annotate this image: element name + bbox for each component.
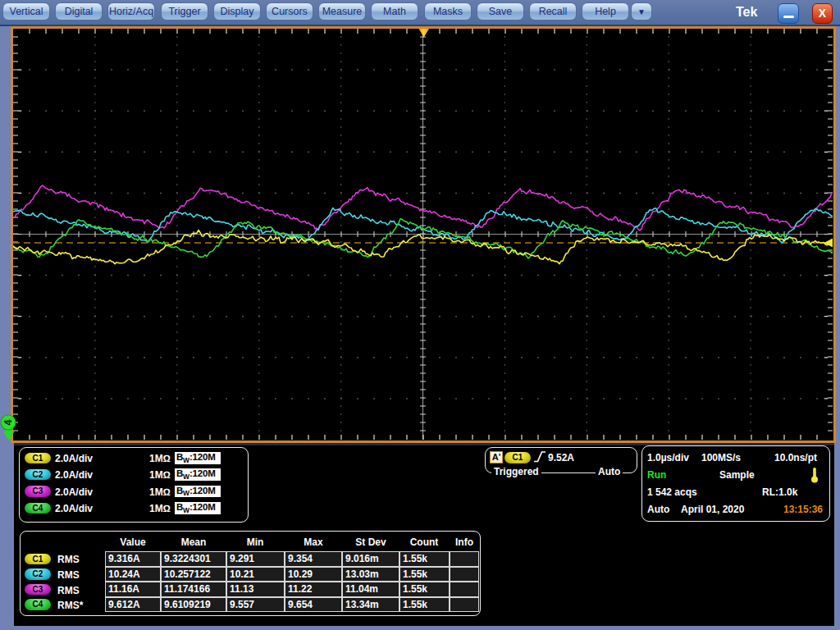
svg-text:4: 4 xyxy=(2,419,14,425)
